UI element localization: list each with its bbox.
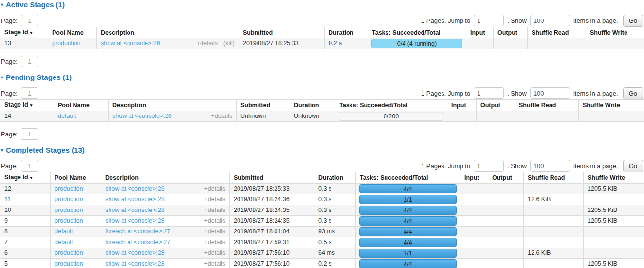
stage-row: 10productionshow at <console>:28+details… — [0, 205, 644, 216]
details-toggle[interactable]: +details — [204, 196, 225, 203]
section-title-text: Active Stages (1) — [6, 1, 65, 9]
jump-to-input[interactable] — [474, 15, 504, 26]
section-title-completed-stages[interactable]: ▾Completed Stages (13) — [1, 146, 644, 154]
column-header-7[interactable]: Output — [488, 172, 524, 184]
go-button[interactable]: Go — [623, 15, 643, 27]
input-cell — [460, 259, 488, 268]
page-number-input[interactable] — [21, 128, 38, 140]
jump-to-input[interactable] — [474, 87, 504, 99]
description-link[interactable]: show at <console>:26 — [112, 113, 172, 119]
pager-row: Page:1 Pages. Jump to. Showitems in a pa… — [1, 87, 643, 99]
duration-cell: 0.2 s — [325, 38, 368, 49]
description-link[interactable]: foreach at <console>:27 — [105, 229, 170, 235]
submitted-cell: 2019/08/27 17:59:31 — [230, 237, 314, 248]
column-header-2[interactable]: Description — [97, 27, 239, 38]
column-header-3[interactable]: Submitted — [237, 100, 290, 111]
column-header-6[interactable]: Input — [460, 172, 488, 184]
description-link[interactable]: show at <console>:26 — [105, 186, 165, 192]
input-cell — [460, 194, 488, 205]
description-link[interactable]: show at <console>:28 — [105, 196, 165, 203]
details-toggle[interactable]: +details — [204, 185, 225, 192]
sort-desc-icon: ▾ — [30, 30, 33, 35]
pool-name-link[interactable]: default — [55, 239, 73, 246]
show-count-input[interactable] — [530, 15, 570, 26]
tasks-progress-bar: 4/4 — [359, 184, 457, 193]
pool-name-link[interactable]: default — [55, 228, 73, 235]
details-toggle[interactable]: +details — [204, 249, 225, 256]
show-count-input[interactable] — [530, 160, 570, 172]
duration-cell: 0.3 s — [314, 205, 356, 216]
description-link[interactable]: show at <console>:28 — [105, 261, 165, 267]
column-header-1[interactable]: Pool Name — [51, 172, 101, 184]
column-header-6[interactable]: Input — [447, 100, 477, 111]
column-header-9[interactable]: Shuffle Write — [584, 172, 644, 184]
pool-name-link[interactable]: production — [55, 249, 83, 256]
page-number-input[interactable] — [21, 160, 38, 172]
details-toggle[interactable]: +details — [197, 40, 218, 47]
section-active-stages: ▾Active Stages (1)Page:1 Pages. Jump to.… — [0, 1, 644, 68]
column-header-1[interactable]: Pool Name — [54, 100, 109, 111]
column-header-5[interactable]: Tasks: Succeeded/Total — [356, 172, 460, 184]
total-pages-text: 1 Pages. Jump to — [421, 17, 470, 24]
column-header-2[interactable]: Description — [109, 100, 237, 111]
page-number-input[interactable] — [21, 15, 38, 26]
column-header-6[interactable]: Input — [466, 27, 494, 38]
column-header-label: Shuffle Read — [528, 174, 565, 181]
duration-cell: 93 ms — [314, 227, 356, 237]
column-header-8[interactable]: Shuffle Read — [528, 27, 586, 38]
pool-name-link[interactable]: default — [58, 113, 76, 119]
details-toggle[interactable]: +details — [204, 217, 225, 224]
submitted-cell: 2019/08/27 18:24:35 — [230, 205, 314, 216]
column-header-5[interactable]: Tasks: Succeeded/Total — [368, 27, 466, 38]
page-number-input[interactable] — [21, 56, 38, 67]
column-header-0[interactable]: Stage Id▾ — [0, 172, 51, 184]
column-header-3[interactable]: Submitted — [230, 172, 314, 184]
tasks-cell: 0/200 — [335, 111, 447, 122]
description-link[interactable]: show at <console>:28 — [105, 207, 165, 213]
column-header-0[interactable]: Stage Id▾ — [0, 27, 48, 38]
pool-name-link[interactable]: production — [55, 207, 83, 213]
page-number-input[interactable] — [21, 87, 38, 99]
description-link[interactable]: show at <console>:28 — [105, 250, 165, 256]
description-link[interactable]: foreach at <console>:27 — [105, 239, 170, 246]
go-button[interactable]: Go — [623, 160, 643, 172]
column-header-9[interactable]: Shuffle Write — [579, 100, 644, 111]
section-title-pending-stages[interactable]: ▾Pending Stages (1) — [1, 74, 644, 81]
pool-name-link[interactable]: production — [55, 217, 83, 224]
show-count-input[interactable] — [530, 87, 570, 99]
kill-link[interactable]: (kill) — [223, 40, 235, 47]
pool-cell: production — [51, 216, 101, 227]
column-header-1[interactable]: Pool Name — [48, 27, 97, 38]
go-button[interactable]: Go — [623, 87, 643, 99]
column-header-4[interactable]: Duration — [325, 27, 368, 38]
details-toggle[interactable]: +details — [211, 113, 232, 119]
column-header-label: Tasks: Succeeded/Total — [372, 29, 441, 36]
column-header-4[interactable]: Duration — [290, 100, 335, 111]
column-header-7[interactable]: Output — [494, 27, 528, 38]
column-header-4[interactable]: Duration — [314, 172, 356, 184]
pool-name-link[interactable]: production — [55, 260, 83, 267]
pool-name-link[interactable]: production — [55, 196, 83, 203]
column-header-0[interactable]: Stage Id▾ — [0, 100, 54, 111]
details-toggle[interactable]: +details — [204, 239, 225, 246]
column-header-3[interactable]: Submitted — [239, 27, 325, 38]
column-header-8[interactable]: Shuffle Read — [515, 100, 579, 111]
pool-name-link[interactable]: production — [52, 40, 80, 47]
column-header-5[interactable]: Tasks: Succeeded/Total — [335, 100, 447, 111]
pool-cell: production — [51, 184, 101, 194]
duration-cell: Unknown — [290, 111, 335, 122]
column-header-8[interactable]: Shuffle Read — [524, 172, 584, 184]
description-link[interactable]: show at <console>:26 — [101, 40, 160, 47]
shuffle-write-cell: 1205.5 KiB — [584, 205, 644, 216]
column-header-7[interactable]: Output — [477, 100, 515, 111]
jump-to-input[interactable] — [474, 160, 504, 172]
details-toggle[interactable]: +details — [204, 260, 225, 267]
section-title-active-stages[interactable]: ▾Active Stages (1) — [1, 1, 644, 9]
description-link[interactable]: show at <console>:28 — [105, 218, 165, 224]
pool-name-link[interactable]: production — [55, 185, 83, 192]
details-toggle[interactable]: +details — [204, 207, 225, 213]
column-header-2[interactable]: Description — [101, 172, 230, 184]
column-header-9[interactable]: Shuffle Write — [586, 27, 644, 38]
details-toggle[interactable]: +details — [204, 228, 225, 235]
column-header-label: Description — [105, 174, 139, 181]
